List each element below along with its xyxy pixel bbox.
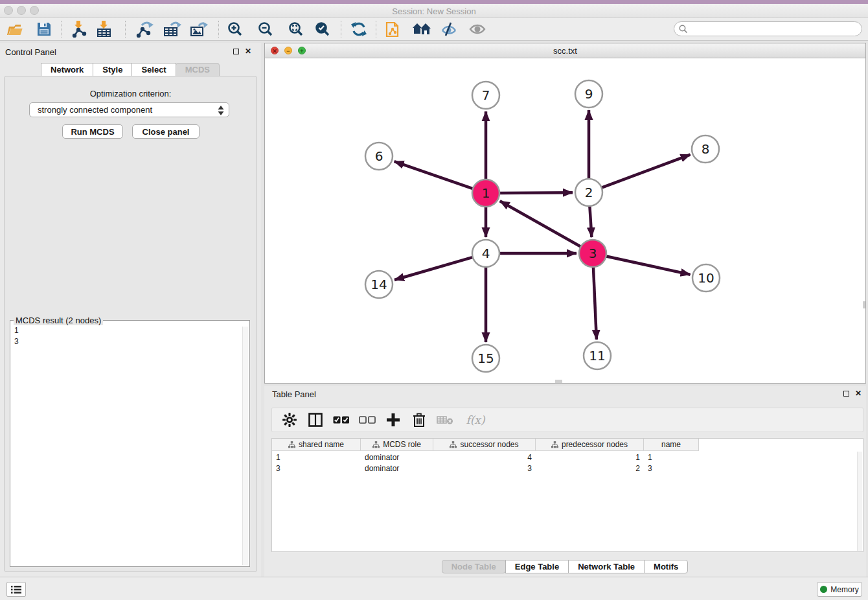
column-type-icon — [372, 441, 380, 448]
export-table-icon[interactable] — [163, 20, 182, 38]
toolbar-separator — [218, 21, 219, 38]
network-canvas[interactable]: 1234678910111415 — [265, 58, 865, 383]
table-scrollbar[interactable] — [857, 452, 862, 551]
edge-2-8[interactable] — [600, 155, 691, 189]
zoom-in-icon[interactable] — [225, 20, 245, 38]
table-row[interactable]: 1dominator411 — [272, 452, 699, 463]
toolbar-separator — [341, 21, 341, 38]
column-label: predecessor nodes — [562, 440, 628, 449]
cell-successor-nodes[interactable]: 4 — [433, 452, 536, 463]
edge-4-14[interactable] — [394, 257, 474, 280]
edge-2-3[interactable] — [589, 205, 591, 237]
node-label-1: 1 — [482, 185, 490, 201]
cell-shared-name[interactable]: 3 — [272, 463, 361, 474]
tab-network[interactable]: Network — [41, 63, 93, 76]
document-network-icon[interactable] — [383, 20, 403, 38]
cell-name[interactable]: 3 — [644, 463, 699, 474]
tab-select[interactable]: Select — [131, 63, 176, 76]
cell-MCDS-role[interactable]: dominator — [361, 463, 433, 474]
export-network-icon[interactable] — [135, 20, 154, 38]
zoom-out-icon[interactable] — [256, 20, 275, 38]
cell-successor-nodes[interactable]: 3 — [433, 463, 536, 474]
edge-1-2[interactable] — [498, 192, 573, 193]
select-all-icon[interactable] — [333, 411, 350, 428]
column-label: shared name — [299, 440, 344, 449]
run-mcds-button[interactable]: Run MCDS — [62, 124, 123, 139]
show-eye-icon[interactable] — [468, 20, 487, 38]
tab-edge-table[interactable]: Edge Table — [505, 560, 569, 573]
zoom-selected-icon[interactable] — [313, 20, 332, 38]
optimization-select[interactable]: strongly connected component — [29, 102, 229, 117]
cell-MCDS-role[interactable]: dominator — [361, 452, 433, 463]
toolbar-separator — [376, 21, 376, 38]
tab-style[interactable]: Style — [93, 63, 132, 76]
column-header-predecessor-nodes[interactable]: predecessor nodes — [536, 439, 644, 451]
tab-mcds[interactable]: MCDS — [176, 63, 220, 76]
edge-3-10[interactable] — [605, 256, 691, 275]
column-header-name[interactable]: name — [644, 439, 699, 451]
cell-name[interactable]: 1 — [644, 452, 699, 463]
search-input[interactable] — [688, 23, 862, 35]
node-label-8: 8 — [702, 141, 710, 157]
column-header-MCDS-role[interactable]: MCDS role — [361, 439, 433, 451]
settings-icon[interactable] — [281, 411, 298, 428]
edge-3-11[interactable] — [593, 266, 597, 340]
memory-label: Memory — [830, 585, 858, 594]
toolbar-separator — [61, 21, 62, 38]
list-icon — [11, 585, 21, 594]
cell-predecessor-nodes[interactable]: 2 — [536, 463, 644, 474]
search-box — [674, 21, 862, 36]
tab-network-table[interactable]: Network Table — [568, 560, 645, 573]
refresh-layout-icon[interactable] — [349, 20, 369, 38]
optimization-select-value: strongly connected component — [38, 105, 152, 115]
import-table-icon[interactable] — [95, 20, 114, 38]
splitter-grip[interactable] — [863, 301, 865, 308]
cell-shared-name[interactable]: 1 — [272, 452, 361, 463]
node-table[interactable]: shared nameMCDS rolesuccessor nodesprede… — [271, 438, 863, 552]
column-header-successor-nodes[interactable]: successor nodes — [433, 439, 536, 451]
tab-motifs[interactable]: Motifs — [644, 560, 688, 573]
node-label-3: 3 — [589, 246, 597, 261]
edge-3-1[interactable] — [500, 201, 582, 247]
zoom-fit-icon[interactable] — [286, 20, 306, 38]
splitter-grip[interactable] — [555, 380, 562, 383]
task-history-button[interactable] — [6, 582, 26, 597]
split-view-icon[interactable] — [307, 411, 324, 428]
open-session-icon[interactable] — [5, 20, 25, 38]
memory-button[interactable]: Memory — [817, 582, 862, 597]
tab-node-table[interactable]: Node Table — [442, 560, 506, 573]
node-label-9: 9 — [585, 86, 593, 102]
close-panel-icon[interactable]: ✕ — [245, 48, 251, 54]
status-bar: Memory — [0, 577, 868, 600]
column-type-icon — [288, 441, 295, 448]
close-panel-button[interactable]: Close panel — [132, 124, 200, 139]
network-window-title: scc.txt — [265, 46, 865, 56]
hide-eye-icon[interactable] — [439, 20, 459, 38]
houses-icon[interactable] — [412, 20, 431, 38]
column-type-icon — [551, 441, 558, 448]
edge-1-6[interactable] — [394, 161, 474, 189]
table-panel: Table Panel ✕ f(x) shared nameMCDS roles… — [264, 386, 866, 577]
save-session-icon[interactable] — [34, 20, 54, 38]
cell-predecessor-nodes[interactable]: 1 — [536, 452, 644, 463]
float-panel-icon[interactable] — [233, 49, 239, 54]
mcds-result-values: 1 3 — [14, 325, 19, 347]
delete-table-icon — [437, 411, 453, 428]
search-icon — [679, 25, 688, 34]
main-toolbar — [0, 18, 868, 41]
network-graph[interactable]: 1234678910111415 — [265, 58, 865, 383]
import-network-icon[interactable] — [69, 20, 89, 38]
add-row-icon[interactable] — [385, 411, 402, 428]
close-table-panel-icon[interactable]: ✕ — [855, 390, 862, 397]
delete-row-icon[interactable] — [411, 411, 428, 428]
export-image-icon[interactable] — [189, 20, 209, 38]
column-header-shared-name[interactable]: shared name — [272, 439, 361, 451]
float-table-panel-icon[interactable] — [843, 391, 849, 397]
node-label-10: 10 — [698, 270, 714, 286]
table-toolbar: f(x) — [271, 408, 863, 432]
table-row[interactable]: 3dominator323 — [272, 463, 699, 474]
mcds-result-title: MCDS result (2 nodes) — [14, 316, 103, 325]
result-scrollbar[interactable] — [242, 327, 248, 565]
deselect-all-icon[interactable] — [359, 411, 376, 428]
network-window-titlebar[interactable]: ✕ − + scc.txt — [265, 43, 865, 58]
